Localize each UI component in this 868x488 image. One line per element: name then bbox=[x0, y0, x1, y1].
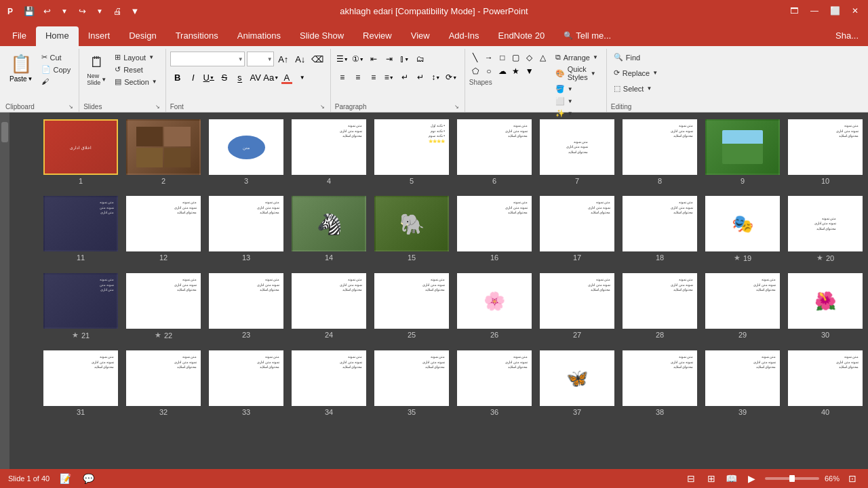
select-button[interactable]: ⬚ Select ▼ bbox=[611, 83, 655, 94]
shape-cloud[interactable]: ☁ bbox=[496, 65, 509, 77]
slide-item-40[interactable]: متن نمونهنمونه متن اداریمحتوای اسلاید40 bbox=[788, 350, 863, 416]
tab-insert[interactable]: Insert bbox=[79, 26, 120, 46]
font-family-input[interactable] bbox=[170, 52, 245, 66]
slide-item-10[interactable]: متن نمونهنمونه متن اداریمحتوای اسلاید10 bbox=[788, 119, 863, 185]
slide-item-8[interactable]: متن نمونهنمونه متن اداریمحتوای اسلاید8 bbox=[623, 119, 697, 185]
shape-arrow[interactable]: → bbox=[483, 52, 495, 64]
slide-item-34[interactable]: متن نمونهنمونه متن اداریمحتوای اسلاید34 bbox=[292, 350, 366, 416]
clear-formatting-button[interactable]: ⌫ bbox=[310, 52, 325, 66]
shape-star[interactable]: ★ bbox=[510, 65, 522, 77]
slide-item-38[interactable]: متن نمونهنمونه متن اداریمحتوای اسلاید38 bbox=[623, 350, 697, 416]
copy-button[interactable]: 📄 Copy bbox=[39, 64, 74, 75]
smartart-button[interactable]: 🗂 bbox=[413, 52, 428, 66]
arrange-button[interactable]: ⧉ Arrange ▼ bbox=[553, 52, 601, 63]
slide-item-17[interactable]: متن نمونهنمونه متن اداریمحتوای اسلاید17 bbox=[540, 196, 614, 262]
tab-transitions[interactable]: Transitions bbox=[166, 26, 228, 46]
minimize-button[interactable]: — bbox=[807, 3, 822, 18]
slide-item-18[interactable]: متن نمونهنمونه متن اداریمحتوای اسلاید18 bbox=[623, 196, 697, 262]
slide-item-3[interactable]: متن3 bbox=[209, 119, 283, 185]
shadow-button[interactable]: s̲ bbox=[233, 70, 248, 85]
ltr-button[interactable]: ↵ bbox=[413, 70, 428, 85]
slide-item-15[interactable]: 🐘15 bbox=[374, 196, 449, 262]
decrease-indent-button[interactable]: ⇤ bbox=[366, 52, 381, 66]
slide-item-12[interactable]: متن نمونهنمونه متن اداریمحتوای اسلاید12 bbox=[126, 196, 201, 262]
slide-item-5[interactable]: • نکته اول• نکته دوم• نکته سوم⭐⭐⭐⭐5 bbox=[374, 119, 449, 185]
increase-font-button[interactable]: A↑ bbox=[276, 52, 291, 66]
text-direction-button[interactable]: ⟳ ▼ bbox=[444, 70, 459, 85]
reading-view-button[interactable]: 📖 bbox=[724, 471, 739, 486]
numbering-button[interactable]: ① ▼ bbox=[351, 52, 366, 66]
tab-share[interactable]: Sha... bbox=[826, 26, 868, 46]
slide-item-13[interactable]: متن نمونهنمونه متن اداریمحتوای اسلاید13 bbox=[209, 196, 283, 262]
shape-triangle[interactable]: △ bbox=[537, 52, 549, 64]
layout-button[interactable]: ⊞ Layout ▼ bbox=[112, 52, 160, 63]
shape-diamond[interactable]: ◇ bbox=[524, 52, 536, 64]
close-button[interactable]: ✕ bbox=[848, 3, 863, 18]
slide-item-32[interactable]: متن نمونهنمونه متن اداریمحتوای اسلاید32 bbox=[126, 350, 201, 416]
left-scroll[interactable] bbox=[0, 113, 9, 469]
tab-endnote[interactable]: EndNote 20 bbox=[488, 26, 554, 46]
slide-item-14[interactable]: 🦓14 bbox=[292, 196, 366, 262]
clipboard-expand[interactable]: ↘ bbox=[68, 104, 73, 110]
paste-button[interactable]: 📋 Paste ▼ bbox=[5, 52, 37, 85]
cut-button[interactable]: ✂ Cut bbox=[39, 52, 74, 63]
zoom-slider[interactable] bbox=[765, 477, 819, 480]
tab-slideshow[interactable]: Slide Show bbox=[290, 26, 353, 46]
fit-slide-button[interactable]: ⊡ bbox=[845, 471, 860, 486]
shape-rounded-rect[interactable]: ▢ bbox=[510, 52, 522, 64]
slide-item-29[interactable]: متن نمونهنمونه متن اداریمحتوای اسلاید29 bbox=[705, 273, 780, 340]
slide-item-37[interactable]: 🦋37 bbox=[540, 350, 614, 416]
strikethrough-button[interactable]: S bbox=[217, 70, 232, 85]
slide-item-19[interactable]: 🎭★ 19 bbox=[705, 196, 780, 262]
underline-button[interactable]: U ▼ bbox=[201, 70, 216, 85]
ribbon-display-button[interactable]: 🗖 bbox=[787, 3, 802, 18]
slide-item-35[interactable]: متن نمونهنمونه متن اداریمحتوای اسلاید35 bbox=[374, 350, 449, 416]
slide-item-11[interactable]: متن نمونهنمونه متنمتن اداری11 bbox=[43, 196, 118, 262]
slides-expand[interactable]: ↘ bbox=[155, 104, 160, 110]
redo-button[interactable]: ↪ bbox=[75, 3, 90, 18]
italic-button[interactable]: I bbox=[186, 70, 201, 85]
align-left-button[interactable]: ≡ bbox=[335, 70, 350, 85]
slide-item-24[interactable]: متن نمونهنمونه متن اداریمحتوای اسلاید24 bbox=[292, 273, 366, 340]
find-button[interactable]: 🔍 Find bbox=[611, 52, 643, 63]
font-expand[interactable]: ↘ bbox=[320, 104, 325, 110]
slide-item-36[interactable]: متن نمونهنمونه متن اداریمحتوای اسلاید36 bbox=[457, 350, 532, 416]
scroll-thumb[interactable] bbox=[1, 122, 8, 142]
slide-item-25[interactable]: متن نمونهنمونه متن اداریمحتوای اسلاید25 bbox=[374, 273, 449, 340]
justify-button[interactable]: ≡ ▼ bbox=[382, 70, 397, 85]
print-button[interactable]: 🖨 bbox=[110, 3, 125, 18]
new-slide-button[interactable]: 🗒 NewSlide▼ bbox=[83, 52, 110, 88]
shape-rect[interactable]: □ bbox=[496, 52, 509, 64]
tab-animations[interactable]: Animations bbox=[228, 26, 290, 46]
reset-button[interactable]: ↺ Reset bbox=[112, 64, 160, 75]
align-right-button[interactable]: ≡ bbox=[366, 70, 381, 85]
char-spacing-button[interactable]: AV bbox=[248, 70, 263, 85]
slide-item-9[interactable]: 9 bbox=[705, 119, 780, 185]
shape-effects-button[interactable]: ✨ ▼ bbox=[553, 108, 601, 119]
align-center-button[interactable]: ≡ bbox=[351, 70, 366, 85]
shape-oval[interactable]: ○ bbox=[483, 65, 495, 77]
notes-button[interactable]: 📝 bbox=[58, 471, 73, 486]
redo-arrow[interactable]: ▼ bbox=[92, 3, 107, 18]
replace-button[interactable]: ⟳ Replace ▼ bbox=[611, 67, 660, 79]
columns-button[interactable]: ⫿ ▼ bbox=[397, 52, 412, 66]
zoom-thumb[interactable] bbox=[789, 475, 795, 482]
format-painter-button[interactable]: 🖌 bbox=[39, 76, 74, 87]
tab-view[interactable]: View bbox=[401, 26, 439, 46]
slide-item-28[interactable]: متن نمونهنمونه متن اداریمحتوای اسلاید28 bbox=[623, 273, 697, 340]
slide-item-26[interactable]: 🌸26 bbox=[457, 273, 532, 340]
bold-button[interactable]: B bbox=[170, 70, 185, 85]
slide-item-1[interactable]: اخلاق اداری1 bbox=[43, 119, 118, 185]
shape-outline-button[interactable]: ⬜ ▼ bbox=[553, 96, 601, 107]
slide-sorter-button[interactable]: ⊞ bbox=[704, 471, 719, 486]
slide-item-22[interactable]: متن نمونهنمونه متن اداریمحتوای اسلاید★ 2… bbox=[126, 273, 201, 340]
slide-item-2[interactable]: 2 bbox=[126, 119, 201, 185]
tab-home[interactable]: Home bbox=[36, 26, 79, 46]
rtl-button[interactable]: ↵ bbox=[397, 70, 412, 85]
shape-line[interactable]: ╲ bbox=[469, 52, 481, 64]
tab-file[interactable]: File bbox=[3, 26, 36, 46]
tab-tellme[interactable]: 🔍 Tell me... bbox=[554, 26, 620, 46]
font-color-arrow[interactable]: ▼ bbox=[295, 70, 310, 85]
change-case-button[interactable]: Aa ▼ bbox=[264, 70, 279, 85]
slide-item-6[interactable]: متن نمونهنمونه متن اداریمحتوای اسلاید6 bbox=[457, 119, 532, 185]
